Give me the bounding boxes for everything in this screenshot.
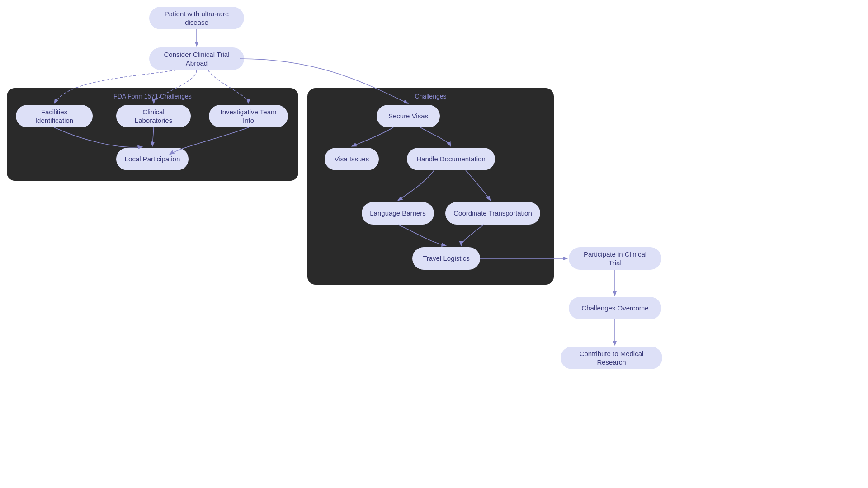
left-box-label: FDA Form 1571 Challenges	[113, 93, 192, 100]
right-box-label: Challenges	[415, 93, 446, 100]
node-local-participation[interactable]: Local Participation	[116, 148, 189, 170]
node-travel-logistics[interactable]: Travel Logistics	[412, 247, 480, 270]
node-patient[interactable]: Patient with ultra-rare disease	[149, 7, 244, 29]
node-coord-trans[interactable]: Coordinate Transportation	[445, 202, 540, 225]
node-secure-visas[interactable]: Secure Visas	[377, 105, 440, 127]
node-investigative[interactable]: Investigative Team Info	[209, 105, 288, 127]
node-participate[interactable]: Participate in Clinical Trial	[569, 247, 661, 270]
node-challenges-overcome[interactable]: Challenges Overcome	[569, 297, 661, 319]
node-lang-barriers[interactable]: Language Barriers	[362, 202, 434, 225]
node-handle-doc[interactable]: Handle Documentation	[407, 148, 495, 170]
node-visa-issues[interactable]: Visa Issues	[325, 148, 379, 170]
node-clinical-lab[interactable]: Clinical Laboratories	[116, 105, 191, 127]
diagram-container: FDA Form 1571 Challenges Challenges Pati…	[0, 0, 868, 488]
node-consider[interactable]: Consider Clinical Trial Abroad	[149, 47, 244, 70]
node-facilities[interactable]: Facilities Identification	[16, 105, 93, 127]
node-contribute[interactable]: Contribute to Medical Research	[561, 347, 662, 369]
